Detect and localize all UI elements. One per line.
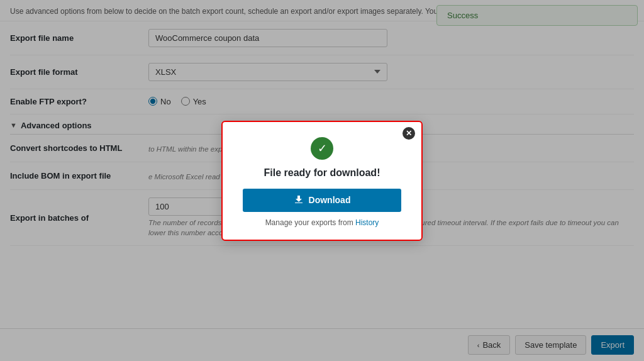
success-check-icon: ✓ — [311, 137, 333, 160]
modal-overlay: ✕ ✓ File ready for download! Download Ma… — [0, 0, 644, 361]
download-modal: ✕ ✓ File ready for download! Download Ma… — [221, 121, 423, 241]
download-button[interactable]: Download — [243, 189, 401, 212]
modal-title: File ready for download! — [243, 167, 401, 179]
download-icon — [294, 194, 304, 206]
modal-history-text: Manage your exports from History — [243, 218, 401, 227]
modal-close-button[interactable]: ✕ — [402, 127, 415, 140]
download-label: Download — [309, 195, 351, 205]
history-link[interactable]: History — [355, 218, 379, 227]
